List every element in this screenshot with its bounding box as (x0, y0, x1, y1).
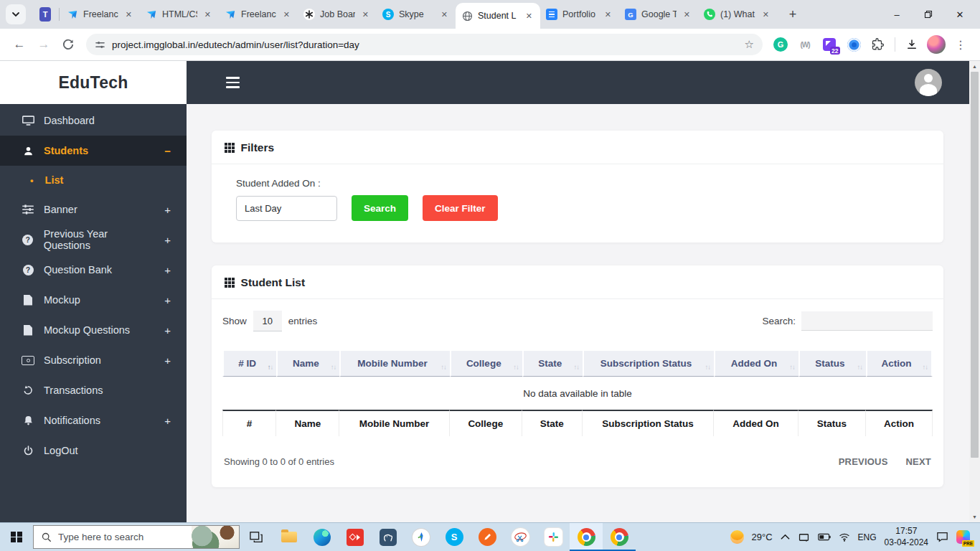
purple-extension-icon[interactable]: 22 (819, 34, 840, 55)
sidebar-item-dashboard[interactable]: Dashboard (0, 105, 187, 136)
sidebar-item-mockup-questions[interactable]: Mockup Questions + (0, 315, 187, 345)
scrollbar-thumb[interactable] (971, 72, 979, 458)
sidebar-item-question-bank[interactable]: ? Question Bank + (0, 255, 187, 285)
expand-icon[interactable]: + (164, 324, 171, 336)
tab-close-icon[interactable]: ✕ (524, 11, 534, 22)
table-search-input[interactable] (801, 311, 933, 331)
tab-freelancer-3[interactable]: Freelance ✕ (219, 2, 298, 27)
tab-freelancer-2[interactable]: HTML/CS ✕ (140, 2, 219, 27)
clear-filter-button[interactable]: Clear Filter (423, 195, 498, 221)
red-app-button[interactable] (339, 523, 372, 551)
battery-icon[interactable] (818, 533, 831, 541)
temperature[interactable]: 29°C (752, 532, 773, 542)
scroll-up-arrow[interactable]: ▲ (972, 61, 977, 72)
new-tab-button[interactable]: + (783, 4, 803, 24)
user-avatar[interactable] (915, 69, 942, 96)
site-settings-icon[interactable] (95, 39, 105, 50)
sidebar-subitem-list[interactable]: • List (0, 166, 187, 194)
column-header-action[interactable]: Action↑↓ (866, 351, 933, 377)
expand-icon[interactable]: + (164, 415, 171, 427)
tab-close-icon[interactable]: ✕ (603, 9, 613, 20)
sidebar-item-previous-year-questions[interactable]: ? Previous Year Questions + (0, 225, 187, 255)
column-header-id[interactable]: # ID↑↓ (222, 351, 276, 377)
profile-avatar[interactable] (925, 34, 947, 55)
chrome-second-button[interactable] (603, 523, 636, 551)
start-button[interactable] (0, 523, 33, 551)
student-added-on-select[interactable] (236, 196, 337, 221)
search-doodle-image[interactable] (192, 526, 239, 548)
sidebar-item-subscription[interactable]: Subscription + (0, 345, 187, 375)
expand-icon[interactable]: + (164, 294, 171, 306)
address-bar[interactable]: project.imgglobal.in/edutech/admin/user/… (86, 34, 763, 55)
column-header-subscription[interactable]: Subscription Status↑↓ (583, 351, 714, 377)
tab-skype[interactable]: S Skype ✕ (377, 2, 456, 27)
entries-select[interactable]: 10 (253, 311, 282, 331)
sidebar-item-students[interactable]: Students − (0, 136, 187, 166)
close-window-button[interactable]: ✕ (944, 2, 976, 27)
tab-job-board[interactable]: Job Boar ✕ (298, 2, 377, 27)
brand-logo[interactable]: EduTech (0, 61, 187, 104)
pen-app-button[interactable] (471, 523, 504, 551)
url-text[interactable]: project.imgglobal.in/edutech/admin/user/… (112, 39, 738, 50)
w-extension-icon[interactable]: (W) (794, 34, 816, 55)
tab-whatsapp[interactable]: (1) What ✕ (698, 2, 777, 27)
tab-freelancer-1[interactable]: Freelance ✕ (61, 2, 140, 27)
browser-menu-icon[interactable]: ⋮ (950, 34, 971, 55)
tab-student-list-active[interactable]: Student L ✕ (456, 3, 540, 29)
tab-close-icon[interactable]: ✕ (439, 9, 450, 20)
edge-button[interactable] (306, 523, 339, 551)
collapse-icon[interactable]: − (164, 145, 171, 157)
sidebar-item-notifications[interactable]: Notifications + (0, 405, 187, 435)
minimize-button[interactable]: – (881, 2, 913, 27)
search-button[interactable]: Search (352, 195, 408, 221)
column-header-college[interactable]: College↑↓ (450, 351, 522, 377)
expand-icon[interactable]: + (164, 354, 171, 367)
tab-close-icon[interactable]: ✕ (281, 9, 292, 20)
grammarly-extension-icon[interactable]: G (770, 34, 791, 55)
tab-portfolio[interactable]: Portfolio ✕ (540, 2, 619, 27)
column-header-added-on[interactable]: Added On↑↓ (714, 351, 798, 377)
bookmark-star-icon[interactable]: ☆ (745, 38, 754, 51)
language-indicator[interactable]: ENG (858, 532, 877, 542)
tab-close-icon[interactable]: ✕ (682, 9, 692, 20)
tab-close-icon[interactable]: ✕ (202, 9, 213, 20)
clock[interactable]: 17:57 03-04-2024 (885, 526, 928, 548)
copilot-icon[interactable]: PRE (956, 530, 970, 544)
column-header-state[interactable]: State↑↓ (522, 351, 583, 377)
taskbar-search-box[interactable]: Type here to search (33, 525, 240, 549)
postgresql-button[interactable] (372, 523, 405, 551)
previous-page-button[interactable]: PREVIOUS (839, 456, 888, 467)
column-header-name[interactable]: Name↑↓ (276, 351, 339, 377)
wifi-icon[interactable] (839, 533, 850, 542)
restore-button[interactable] (913, 2, 944, 27)
hidden-icons-chevron[interactable] (781, 534, 790, 540)
tab-google-translate[interactable]: G Google T ✕ (619, 2, 698, 27)
slack-button[interactable] (537, 523, 570, 551)
tab-close-icon[interactable]: ✕ (360, 9, 371, 20)
expand-icon[interactable]: + (164, 204, 171, 216)
chrome-active-button[interactable] (570, 523, 603, 551)
expand-icon[interactable]: + (164, 234, 171, 246)
hamburger-menu-icon[interactable] (226, 77, 240, 88)
scroll-down-arrow[interactable]: ▼ (972, 512, 977, 522)
tab-close-icon[interactable]: ✕ (760, 9, 771, 20)
tab-list-chevron-button[interactable] (6, 4, 26, 24)
notification-center-icon[interactable] (936, 532, 948, 542)
tab-pinned-teams[interactable]: T (33, 2, 57, 27)
tab-close-icon[interactable]: ✕ (123, 9, 134, 20)
task-view-button[interactable] (240, 523, 273, 551)
skype-taskbar-button[interactable]: S (438, 523, 471, 551)
display-cast-icon[interactable] (798, 532, 810, 542)
snipping-tool-button[interactable] (504, 523, 537, 551)
compass-app-button[interactable] (405, 523, 438, 551)
column-header-mobile[interactable]: Mobile Number↑↓ (339, 351, 449, 377)
downloads-icon[interactable] (901, 34, 923, 55)
extensions-puzzle-icon[interactable] (867, 34, 889, 55)
expand-icon[interactable]: + (164, 264, 171, 276)
vertical-scrollbar[interactable]: ▲ ▼ (969, 61, 980, 522)
next-page-button[interactable]: NEXT (906, 456, 931, 467)
sidebar-item-mockup[interactable]: Mockup + (0, 285, 187, 315)
blue-extension-icon[interactable] (843, 34, 864, 55)
forward-button[interactable]: → (33, 34, 55, 55)
column-header-status[interactable]: Status↑↓ (798, 351, 866, 377)
